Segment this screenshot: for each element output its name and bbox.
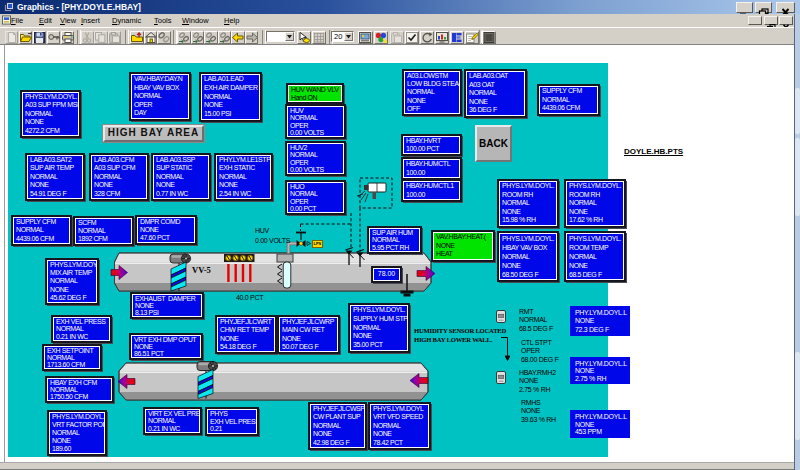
point-box-hbay-humctl1[interactable]: HBAY.HUMCTL1 100.00 [402, 180, 461, 201]
point-box-supply-hum-stp[interactable]: PHYS.LYM.DOYL. SUPPLY HUM STP NORMAL NON… [349, 304, 409, 352]
point-box-vrt-factor[interactable]: PHYS.LYM.DOYL. VRT FACTOR POI NORMAL NON… [48, 411, 106, 455]
point-box-lab-a03-oat[interactable]: LAB.A03.OAT A03 OAT NORMAL NONE 36 DEG F [465, 70, 526, 117]
toolbar-open-icon[interactable] [19, 31, 33, 45]
toolbar-copy-icon[interactable] [94, 31, 108, 45]
point-box-vav-hbay-day[interactable]: VAV.HBAY:DAY.N HBAY VAV BOX NORMAL OPER … [130, 73, 190, 120]
point-box-mix-air-temp[interactable]: PHYS.LYM.DOYL. MIX AIR TEMP NORMAL NONE … [46, 259, 98, 304]
toolbar-zoom-combobox[interactable]: 20 [331, 31, 354, 42]
toolbar-grid-icon[interactable] [312, 31, 326, 45]
toolbar-link-goto-1-icon[interactable] [177, 31, 191, 45]
canvas-text-humidity-note: HUMIDITY SENSOR LOCATED HIGH BAY LOWER W… [414, 326, 506, 344]
toolbar-image-icon[interactable] [358, 31, 373, 45]
point-box-doyl-l-rh[interactable]: PHY.LYM.DOYL.L NONE 2.75 % RH [570, 357, 630, 384]
toolbar-cut-icon[interactable] [81, 31, 95, 45]
toolbar-chart-icon[interactable] [435, 31, 450, 45]
point-box-phy-lym-le1stp[interactable]: PHY.LYM.LE1STP EXH STATIC NORMAL NONE 2.… [215, 154, 272, 200]
minimize-button[interactable] [736, 2, 753, 13]
toolbar-style-combobox-arrow[interactable] [285, 32, 294, 41]
point-box-dmpr-comd[interactable]: DMPR COMD NONE 47.60 PCT [136, 216, 196, 244]
point-box-lab-a03-ssp[interactable]: LAB.A03.SSP SUP STATIC NORMAL NONE 0.77 … [152, 154, 210, 200]
toolbar-paste-icon[interactable] [108, 31, 122, 45]
point-box-vav-hbay-heat[interactable]: VAV.HBAY:HEAT.( NONE HEAT [432, 231, 494, 261]
toolbar-edit-mode-icon[interactable] [465, 31, 480, 45]
point-box-huv2[interactable]: HUV2 NORMAL OPER 0.00 VOLTS [286, 142, 345, 175]
mdi-close-button[interactable] [779, 16, 793, 25]
toolbar-save-icon[interactable] [33, 31, 47, 45]
toolbar-home-icon[interactable] [144, 31, 158, 45]
toolbar-palette-icon[interactable] [374, 31, 389, 45]
restore-button[interactable] [755, 2, 772, 13]
back-button[interactable]: BACK [475, 125, 512, 162]
toolbar-verify-icon[interactable] [405, 31, 420, 45]
point-box-jlcwrp[interactable]: PHY.JEF.JLCWRP MAIN CW RET NONE 50.07 DE… [278, 316, 339, 353]
point-box-hbay-humctl[interactable]: HBAY.HUMCTL 100.00 [402, 158, 461, 179]
menu-view[interactable]: View [60, 16, 76, 26]
point-box-hbay-exh-cfm[interactable]: HBAY EXH CFM NORMAL 1750.50 CFM [46, 377, 113, 402]
point-box-duct-setpoint[interactable]: 78.00 [372, 267, 401, 282]
point-box-scfm[interactable]: SCFM NORMAL 1892 CFM [74, 217, 133, 245]
toolbar-print-icon[interactable] [61, 31, 75, 45]
point-box-exh-vel-press[interactable]: EXH VEL PRESS NORMAL 0.21 IN WC [52, 316, 111, 342]
toolbar-separator [125, 30, 129, 44]
toolbar-swatch-icon[interactable] [481, 31, 496, 45]
point-box-doyl-l-temp[interactable]: PHY.LYM.DOYL.L NONE 72.3 DEG F [570, 306, 630, 336]
toolbar-link-icon[interactable] [157, 31, 171, 45]
toolbar-key-icon[interactable] [47, 31, 61, 45]
point-box-jlcwsp[interactable]: PHY.JEF.JLCWSP CW PLANT SUP NORMAL NONE … [309, 403, 366, 449]
toolbar-refresh-icon[interactable] [420, 31, 435, 45]
point-box-huv-wand-vlv[interactable]: HUV WAND VLV Hand ON [287, 84, 343, 103]
menu-window[interactable]: Window [182, 16, 209, 26]
scrollbar-block [795, 88, 800, 134]
menu-edit[interactable]: Edit [39, 16, 52, 26]
point-box-sup-fpm-msi[interactable]: PHYS.LYM.DOYL. A03 SUP FPM MSI NORMAL NO… [21, 91, 80, 137]
point-box-jlcwrt[interactable]: PHY.JEF.JLCWRT CHW RET TEMP NONE 54.18 D… [216, 316, 276, 353]
point-box-exh-setpoint[interactable]: EXH SETPOINT NORMAL 1713.60 CFM [43, 345, 101, 370]
point-box-room-temp[interactable]: PHYS.LYM.DOYL. ROOM TEMP NORMAL NONE 68.… [565, 232, 625, 281]
point-box-sup-air-hum[interactable]: SUP AIR HUM NORMAL 5.95 PCT RH [368, 227, 421, 253]
point-box-lab-a03-cfm[interactable]: LAB.A03.CFM A03 SUP CFM NORMAL NONE 328 … [90, 154, 148, 200]
document-icon [2, 15, 11, 25]
toolbar-paste-special-icon[interactable] [390, 31, 405, 45]
toolbar-style-combobox[interactable] [266, 31, 295, 42]
point-box-phys-exh-vel[interactable]: PHYS EXH VEL PRESS 0.21 [206, 408, 258, 435]
toolbar-pointer-icon[interactable] [297, 31, 311, 45]
point-box-vrt-vfd-speed[interactable]: PHYS.LYM.DOYL VRT VFD SPEED NORMAL NONE … [369, 403, 430, 449]
menu-help[interactable]: Help [224, 16, 239, 26]
toolbar-link-goto-4-icon[interactable] [218, 31, 232, 45]
point-box-vrt-exh-dmp[interactable]: VRT EXH DMP OPUT NONE 86.51 PCT [130, 334, 202, 359]
toolbar-link-goto-2-icon[interactable] [191, 31, 205, 45]
toolbar-back-icon[interactable] [231, 31, 245, 45]
point-box-hbay-vav-box[interactable]: PHYS.LYM.DOYL. HBAY VAV BOX NORMAL NONE … [498, 232, 558, 281]
close-button[interactable] [776, 2, 795, 13]
point-box-hbay-hvrt[interactable]: HBAY.HVRT 100.00 PCT [402, 135, 461, 155]
toolbar-forward-icon[interactable] [245, 31, 259, 45]
point-box-room-rh-2[interactable]: PHYS.LYM.DOYL. ROOM RH NORMAL NONE 17.62… [565, 180, 625, 227]
client-border [4, 45, 5, 462]
toolbar-separator [77, 30, 81, 44]
toolbar-separator [479, 30, 483, 44]
menu-file[interactable]: File [11, 16, 23, 26]
menu-tools[interactable]: Tools [154, 16, 172, 26]
point-box-doyl-l-ppm[interactable]: PHY.LYM.DOYL.L NONE 453 PPM [570, 410, 630, 438]
toolbar-application-icon[interactable] [450, 31, 465, 45]
point-box-room-rh-1[interactable]: PHYS.LYM.DOYL. ROOM RH NORMAL NONE 15.98… [498, 180, 558, 227]
point-box-supply-cfm-top[interactable]: SUPPLY CFM NORMAL 4439.06 CFM [538, 85, 599, 115]
mdi-restore-button[interactable] [764, 16, 778, 25]
canvas-text-rmhs: RMHS NONE 39.63 % RH [521, 399, 556, 424]
point-box-exhaust-damper[interactable]: EXHAUST DAMPER NONE 8.13 PSI [131, 293, 203, 318]
point-box-huo[interactable]: HUO NORMAL OPER 0.00 PCT [286, 181, 345, 214]
point-box-lab-a03-sat2[interactable]: LAB.A03.SAT2 SUP AIR TEMP NORMAL NONE 54… [26, 154, 84, 200]
toolbar-folder-up-icon[interactable] [130, 31, 144, 45]
point-box-lab-a01-ead[interactable]: LAB.A01.EAD EXH AIR DAMPER NORMAL NONE 1… [200, 73, 261, 121]
point-box-supply-cfm-2[interactable]: SUPPLY CFM NORMAL 4439.06 CFM [12, 216, 71, 245]
toolbar-link-goto-3-icon[interactable] [204, 31, 218, 45]
point-box-huv[interactable]: HUV NORMAL OPER 0.00 VOLTS [286, 105, 345, 138]
point-box-a03-lowstm[interactable]: A03.LOWSTM LOW BLDG STEA NORMAL NONE OFF [403, 70, 461, 115]
canvas-text-vv5: VV-5 [192, 265, 211, 275]
mdi-minimize-button[interactable] [748, 16, 762, 25]
menu-insert[interactable]: Insert [81, 16, 100, 26]
menu-dynamic[interactable]: Dynamic [112, 16, 141, 26]
toolbar-zoom-combobox-arrow[interactable] [344, 32, 353, 41]
point-box-virt-ex-vel[interactable]: VIRT EX VEL PRE NORMAL 0.21 IN WC [144, 408, 201, 434]
toolbar-new-icon[interactable] [5, 31, 19, 45]
